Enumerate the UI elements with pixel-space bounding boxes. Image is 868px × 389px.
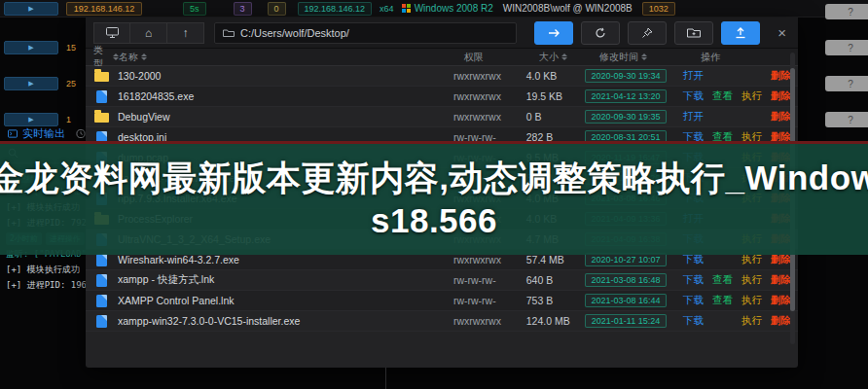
home-button[interactable]: ⌂ (130, 22, 167, 44)
download-button[interactable]: 下载 (683, 89, 710, 103)
refresh-icon (595, 27, 606, 39)
sort-icon[interactable] (641, 53, 647, 60)
file-permissions: rwxrwxrwx (453, 90, 526, 102)
execute-button[interactable]: 执行 (741, 273, 769, 287)
screen: ▶ 192.168.146.12 5s 3 0 192.168.146.12 x… (0, 0, 868, 389)
session-os-label: Windows 2008 R2 (415, 3, 493, 14)
pin-button[interactable] (628, 21, 667, 45)
session-op-button[interactable]: ? (825, 76, 868, 91)
download-button[interactable]: 下载 (683, 314, 710, 328)
view-button[interactable]: 查看 (712, 273, 740, 287)
file-name: Wireshark-win64-3.2.7.exe (118, 254, 453, 265)
header-size[interactable]: 大小 (539, 51, 559, 64)
windows-logo-icon (402, 4, 411, 13)
view-button[interactable]: 查看 (712, 294, 740, 307)
expand-row-button[interactable]: ▶ (4, 2, 58, 16)
file-size: 124.0 MB (526, 315, 585, 327)
file-permissions: rw-rw-rw- (453, 295, 526, 306)
tab-realtime-output-label: 实时输出 (22, 126, 65, 141)
session-internal-ip-badge: 192.168.146.12 (298, 2, 373, 16)
new-folder-button[interactable] (674, 21, 713, 45)
table-row[interactable]: 1618204835.exerwxrwxrwx19.5 KB2021-04-12… (86, 87, 798, 107)
refresh-button[interactable] (581, 21, 620, 45)
file-size: 640 B (526, 274, 585, 286)
session-arch-label: x64 (380, 4, 394, 14)
play-icon: ▶ (28, 5, 33, 13)
op-placeholder (741, 69, 769, 83)
monitor-icon (106, 27, 119, 38)
up-directory-button[interactable]: ↑ (167, 22, 204, 44)
clock-icon[interactable] (76, 128, 86, 139)
execute-button[interactable]: 执行 (741, 314, 769, 328)
go-button[interactable] (534, 21, 573, 45)
file-size: 0 B (526, 111, 585, 123)
file-mtime: 2020-09-30 19:35 (585, 110, 667, 124)
table-row[interactable]: xampp - 快捷方式.lnkrw-rw-rw-640 B2021-03-08… (86, 270, 798, 291)
expand-row-button[interactable]: ▶ (4, 77, 58, 90)
drives-button[interactable] (93, 22, 130, 44)
table-row[interactable]: 130-2000rwxrwxrwx4.0 KB2020-09-30 19:34打… (86, 66, 798, 87)
upload-icon (735, 27, 746, 39)
session-op-button[interactable]: ? (825, 40, 868, 55)
log-line: [+] 进程PID: 19600 (6, 279, 86, 292)
session-os: Windows 2008 R2 (402, 3, 493, 14)
session-duration-badge: 5s (183, 2, 206, 16)
file-size: 4.0 KB (526, 70, 585, 82)
file-mtime: 2020-09-30 19:34 (585, 69, 667, 83)
download-button[interactable]: 下载 (683, 273, 710, 287)
table-row[interactable]: XAMPP Control Panel.lnkrw-rw-rw-753 B202… (86, 291, 798, 311)
execute-button[interactable]: 执行 (741, 89, 769, 103)
execute-button[interactable]: 执行 (741, 253, 769, 266)
play-icon: ▶ (28, 80, 33, 88)
file-size: 19.5 KB (526, 90, 585, 102)
open-button[interactable]: 打开 (683, 110, 710, 124)
file-permissions: rwxrwxrwx (453, 315, 526, 327)
folder-icon (94, 113, 109, 123)
session-row-partial: ▶25 (0, 75, 86, 92)
file-name: xampp - 快捷方式.lnk (118, 273, 453, 287)
sort-icon[interactable] (141, 53, 147, 60)
session-ip-partial: 25 (66, 79, 76, 88)
file-name: XAMPP Control Panel.lnk (118, 295, 453, 306)
header-name[interactable]: 名称 (119, 51, 138, 64)
file-mtime: 2021-04-12 13:20 (585, 89, 667, 103)
table-row[interactable]: DebugViewrwxrwxrwx0 B2020-09-30 19:35打开删… (86, 107, 798, 127)
header-mtime[interactable]: 修改时间 (599, 51, 638, 64)
file-icon (96, 315, 107, 328)
background-divider (385, 368, 386, 389)
execute-button[interactable]: 执行 (741, 294, 769, 307)
session-count-badge: 3 (234, 2, 252, 16)
file-mtime: 2020-10-27 10:07 (585, 253, 667, 266)
download-button[interactable]: 下载 (683, 253, 710, 266)
file-icon (96, 295, 107, 307)
promo-text-line2: s18.566 (371, 199, 497, 242)
file-mtime: 2021-01-11 15:24 (585, 314, 667, 328)
promo-text-line1: 金龙资料网最新版本更新内容,动态调整策略执行_Window (0, 157, 868, 199)
arrow-right-icon (548, 28, 561, 38)
file-size: 57.4 MB (526, 254, 585, 265)
folder-plus-icon (687, 27, 701, 38)
log-line: [+] 模块执行成功 (6, 264, 86, 276)
download-button[interactable]: 下载 (683, 294, 710, 307)
file-icon (96, 274, 107, 287)
folder-icon (94, 72, 109, 82)
file-icon (96, 254, 107, 266)
file-table-header: 类型 名称 权限 大小 修改时间 操作 (86, 49, 798, 66)
sort-icon[interactable] (561, 53, 567, 60)
table-row[interactable]: xampp-win32-7.3.0-0-VC15-installer.exerw… (86, 311, 798, 332)
session-row-partial: ▶15 (0, 39, 86, 56)
expand-row-button[interactable]: ▶ (4, 41, 58, 54)
session-count2-badge: 0 (268, 2, 286, 16)
upload-button[interactable] (721, 21, 760, 45)
session-op-button[interactable]: ? (825, 4, 868, 19)
op-placeholder (712, 253, 740, 266)
terminal-icon (8, 129, 18, 138)
path-input[interactable]: C:/Users/wolf/Desktop/ (214, 22, 517, 44)
file-name: DebugView (118, 111, 453, 123)
view-button[interactable]: 查看 (712, 89, 740, 103)
open-button[interactable]: 打开 (683, 69, 710, 83)
file-icon (96, 90, 107, 103)
close-dialog-button[interactable]: × (778, 25, 786, 40)
session-port-badge: 1032 (642, 2, 675, 16)
session-op-button[interactable]: ? (825, 112, 868, 127)
